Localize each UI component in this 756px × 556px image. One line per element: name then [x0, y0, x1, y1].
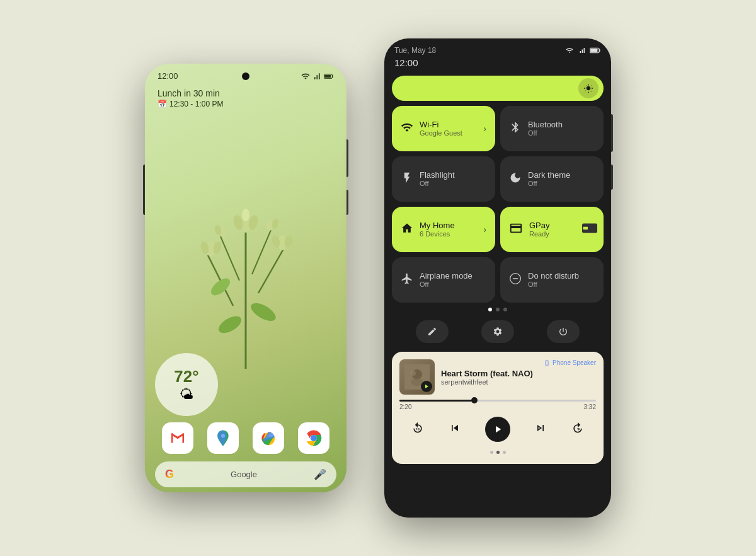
- quick-settings-screen: Tue, May 18 12:00: [384, 38, 611, 518]
- my-home-tile[interactable]: My Home 6 Devices ›: [392, 207, 495, 252]
- svg-point-9: [208, 275, 232, 299]
- dark-theme-tile-subtitle: Off: [528, 180, 595, 188]
- play-pause-button[interactable]: [485, 417, 510, 442]
- power-button-qs[interactable]: [611, 114, 613, 152]
- signal-bars-icon: [312, 72, 321, 81]
- brightness-row[interactable]: [384, 73, 611, 106]
- weather-widget[interactable]: 72° 🌤: [155, 353, 218, 416]
- current-time: 2:20: [399, 403, 411, 410]
- bluetooth-tile-subtitle: Off: [528, 129, 595, 137]
- bluetooth-tile[interactable]: Bluetooth Off: [500, 106, 604, 151]
- wifi-tile-subtitle: Google Guest: [420, 129, 477, 137]
- status-icons: [301, 72, 334, 81]
- gpay-tile[interactable]: GPay Ready: [500, 207, 604, 252]
- volume-button-qs[interactable]: [611, 165, 613, 190]
- status-time: 12:00: [158, 71, 178, 81]
- gmail-app-icon[interactable]: [162, 422, 193, 454]
- flashlight-tile-text: Flashlight Off: [420, 170, 486, 188]
- dnd-tile[interactable]: Do not disturb Off: [500, 257, 604, 303]
- my-home-tile-arrow: ›: [483, 224, 486, 235]
- svg-point-7: [216, 313, 244, 336]
- app-row: [155, 422, 336, 454]
- photos-app-icon[interactable]: [253, 422, 284, 454]
- my-home-tile-text: My Home 6 Devices: [420, 221, 477, 239]
- dark-theme-tile-title: Dark theme: [528, 170, 595, 180]
- qs-page-dots: [384, 303, 611, 316]
- total-time: 3:32: [584, 403, 596, 410]
- media-progress: 2:20 3:32: [399, 400, 596, 410]
- progress-times: 2:20 3:32: [399, 403, 596, 410]
- wifi-status-icon: [564, 47, 575, 54]
- my-home-tile-icon: [401, 222, 413, 238]
- gpay-card-icon: [582, 223, 597, 236]
- dark-theme-tile-text: Dark theme Off: [528, 170, 595, 188]
- gmail-icon: [168, 429, 187, 448]
- phone-speaker-icon: [544, 360, 550, 366]
- svg-marker-35: [425, 385, 428, 388]
- gpay-tile-icon: [509, 221, 523, 238]
- svg-point-34: [411, 371, 416, 376]
- qs-action-buttons: [384, 316, 611, 347]
- weather-icon: 🌤: [180, 386, 193, 403]
- progress-fill: [399, 400, 474, 402]
- wifi-tile[interactable]: Wi-Fi Google Guest ›: [392, 106, 495, 151]
- my-home-tile-title: My Home: [420, 221, 477, 231]
- volume-down-button[interactable]: [346, 190, 348, 215]
- flashlight-tile-icon: [401, 171, 413, 187]
- phone-home: 12:00 Lunch in 30 min 📅 12:30 - 1:00 PM: [145, 64, 346, 492]
- notification-title: Lunch in 30 min: [158, 88, 334, 98]
- svg-point-13: [242, 209, 249, 221]
- power-button[interactable]: [346, 139, 348, 177]
- svg-rect-36: [546, 360, 548, 365]
- svg-point-8: [248, 299, 278, 324]
- svg-line-4: [258, 249, 284, 293]
- svg-line-6: [252, 230, 271, 274]
- brightness-slider[interactable]: [392, 76, 604, 101]
- phone-quick-settings: Tue, May 18 12:00: [384, 38, 611, 518]
- temperature: 72°: [174, 367, 198, 386]
- microphone-icon[interactable]: 🎤: [314, 468, 326, 480]
- maps-icon: [214, 429, 232, 448]
- airplane-tile[interactable]: Airplane mode Off: [392, 257, 495, 303]
- brightness-thumb: [578, 78, 598, 98]
- media-page-dots: [399, 448, 596, 456]
- chrome-app-icon[interactable]: [298, 422, 329, 454]
- settings-button[interactable]: [481, 320, 514, 343]
- power-action-button[interactable]: [547, 320, 580, 343]
- airplane-tile-title: Airplane mode: [420, 271, 486, 281]
- media-info: Phone Speaker Heart Storm (feat. NAO) se…: [441, 359, 596, 386]
- google-search-bar[interactable]: G Google 🎤: [155, 461, 336, 487]
- progress-thumb: [471, 397, 478, 403]
- svg-line-5: [220, 236, 239, 281]
- album-art: [399, 359, 435, 395]
- prev-button[interactable]: [449, 422, 461, 437]
- svg-point-24: [311, 435, 317, 441]
- flashlight-tile-title: Flashlight: [420, 170, 486, 180]
- svg-rect-1: [324, 74, 331, 78]
- media-artist: serpentwithfeet: [441, 378, 596, 386]
- progress-bar[interactable]: [399, 400, 596, 402]
- wifi-tile-text: Wi-Fi Google Guest: [420, 120, 477, 138]
- notification-card[interactable]: Lunch in 30 min 📅 12:30 - 1:00 PM: [145, 83, 346, 113]
- maps-app-icon[interactable]: [207, 422, 239, 454]
- svg-point-37: [547, 364, 547, 365]
- qs-status-icons: [564, 47, 601, 54]
- my-home-tile-subtitle: 6 Devices: [420, 230, 477, 238]
- battery-icon: [324, 72, 334, 81]
- media-player-card: Phone Speaker Heart Storm (feat. NAO) se…: [392, 352, 604, 464]
- signal-status-icon: [578, 47, 587, 54]
- fast-forward-button[interactable]: [571, 422, 584, 437]
- next-button[interactable]: [534, 422, 547, 437]
- dnd-tile-icon: [509, 272, 522, 288]
- dnd-tile-subtitle: Off: [528, 281, 595, 289]
- page-dot-1: [488, 308, 492, 311]
- edit-button[interactable]: [416, 320, 449, 343]
- wifi-tile-title: Wi-Fi: [420, 120, 477, 130]
- page-dot-2: [496, 308, 500, 311]
- flashlight-tile[interactable]: Flashlight Off: [392, 156, 495, 202]
- notification-subtitle: 📅 12:30 - 1:00 PM: [158, 100, 334, 108]
- dark-theme-tile[interactable]: Dark theme Off: [500, 156, 604, 202]
- camera-hole: [242, 72, 249, 80]
- flashlight-tile-subtitle: Off: [420, 180, 486, 188]
- rewind-button[interactable]: [411, 422, 424, 437]
